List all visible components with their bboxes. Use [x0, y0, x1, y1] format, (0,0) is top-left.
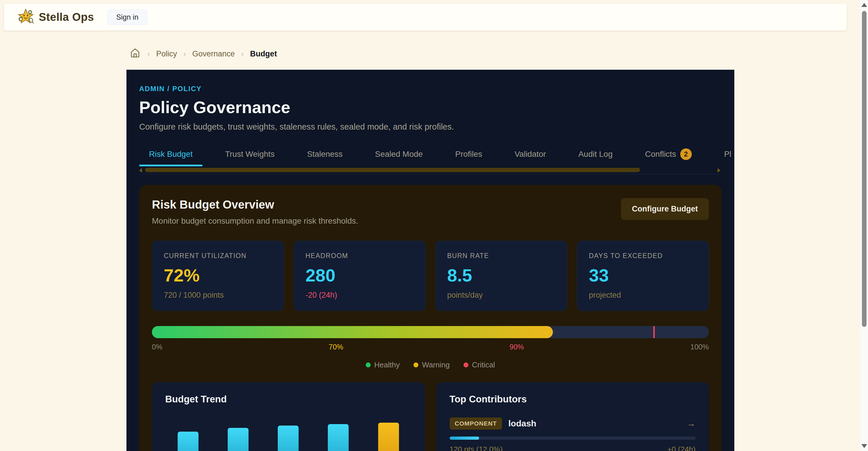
scroll-up-icon[interactable] [861, 3, 867, 7]
tab-staleness[interactable]: Staleness [297, 144, 352, 166]
budget-trend-card: Budget Trend 12/112/812/1512/2212/29 [152, 382, 425, 451]
trend-bar-slot: 12/15 [275, 425, 301, 451]
utilization-progress-bar [152, 326, 709, 338]
critical-threshold-marker [653, 326, 655, 338]
scrollbar-thumb[interactable] [862, 11, 867, 327]
legend-warning: Warning [413, 360, 450, 369]
overview-subtitle: Monitor budget consumption and manage ri… [152, 216, 358, 226]
breadcrumb-separator: › [147, 50, 150, 58]
breadcrumb-link-policy[interactable]: Policy [156, 50, 177, 58]
contributor-points: 120 pts (12.0%) [450, 445, 503, 451]
axis-label-90: 90% [509, 343, 524, 351]
app-header: Stella Ops Sign in [4, 4, 846, 30]
conflicts-count-badge: 2 [680, 149, 692, 160]
policy-governance-panel: ADMIN / POLICY Policy Governance Configu… [126, 70, 734, 451]
stat-sub: projected [589, 291, 697, 300]
trend-bar-slot: 12/8 [225, 428, 251, 451]
stat-value: 33 [589, 265, 697, 286]
contributor-progress-fill [450, 437, 479, 440]
brand-name: Stella Ops [39, 11, 94, 24]
sign-in-button[interactable]: Sign in [107, 9, 147, 25]
home-icon[interactable] [129, 47, 141, 61]
budget-trend-title: Budget Trend [165, 394, 411, 405]
stella-ops-logo-icon [18, 8, 34, 26]
tabs-scrollbar-thumb[interactable] [145, 168, 640, 172]
stat-sub: points/day [447, 291, 556, 300]
stat-value: 72% [164, 265, 272, 286]
contributor-type-badge: COMPONENT [450, 417, 502, 429]
trend-bar-slot: 12/22 [325, 424, 351, 451]
page-eyebrow: ADMIN / POLICY [139, 85, 722, 93]
configure-budget-button[interactable]: Configure Budget [621, 198, 709, 220]
trend-bar-slot: 12/29 [376, 423, 402, 451]
arrow-right-icon: → [687, 419, 695, 428]
scroll-down-icon[interactable] [861, 444, 867, 448]
tabs-scroll-right-icon[interactable] [717, 168, 720, 173]
critical-dot-icon [464, 362, 468, 367]
breadcrumb-separator: › [241, 50, 244, 58]
breadcrumb-current: Budget [250, 50, 277, 58]
warning-dot-icon [413, 362, 418, 367]
risk-budget-overview-card: Risk Budget Overview Monitor budget cons… [139, 185, 722, 451]
stat-card-headroom: HEADROOM 280 -20 (24h) [294, 241, 426, 311]
contributor-progress-track [450, 437, 696, 440]
legend-critical: Critical [464, 360, 495, 369]
overview-title: Risk Budget Overview [152, 198, 358, 211]
trend-bar [378, 423, 399, 451]
breadcrumb-link-governance[interactable]: Governance [192, 50, 235, 58]
axis-label-100: 100% [690, 343, 709, 351]
page-subtitle: Configure risk budgets, trust weights, s… [139, 122, 722, 132]
stat-sub: -20 (24h) [306, 291, 414, 300]
tab-validator[interactable]: Validator [505, 144, 556, 166]
contributor-delta: +0 (24h) [667, 445, 695, 451]
stat-value: 8.5 [447, 265, 556, 286]
stat-card-days-to-exceeded: DAYS TO EXCEEDED 33 projected [577, 241, 709, 311]
tab-risk-budget[interactable]: Risk Budget [139, 144, 203, 166]
top-contributors-title: Top Contributors [450, 394, 696, 405]
utilization-fill [152, 326, 553, 338]
top-contributors-card: Top Contributors COMPONENT lodash → 120 … [436, 382, 709, 451]
utilization-legend: Healthy Warning Critical [152, 360, 709, 369]
tab-sealed-mode[interactable]: Sealed Mode [365, 144, 433, 166]
tab-conflicts[interactable]: Conflicts 2 [635, 144, 701, 166]
contributor-item-lodash[interactable]: COMPONENT lodash → 120 pts (12.0%) +0 (2… [450, 417, 696, 451]
stat-value: 280 [306, 265, 414, 286]
trend-bar-slot: 12/1 [175, 431, 201, 451]
trend-bar [278, 425, 299, 451]
healthy-dot-icon [366, 362, 371, 367]
breadcrumb: › Policy › Governance › Budget [129, 47, 277, 61]
tabs-scroll-left-icon[interactable] [139, 168, 142, 173]
legend-healthy: Healthy [366, 360, 400, 369]
trend-bar [328, 424, 349, 451]
utilization-axis-labels: 0% 70% 90% 100% [152, 343, 709, 351]
tab-trust-weights[interactable]: Trust Weights [215, 144, 284, 166]
stat-sub: 720 / 1000 points [164, 291, 272, 300]
tab-bar: Risk Budget Trust Weights Staleness Seal… [139, 144, 722, 166]
stats-grid: CURRENT UTILIZATION 72% 720 / 1000 point… [152, 241, 709, 311]
contributor-name: lodash [508, 419, 687, 428]
page-title: Policy Governance [139, 97, 722, 117]
breadcrumb-separator: › [183, 50, 186, 58]
budget-trend-bars: 12/112/812/1512/2212/29 [165, 415, 411, 451]
stat-card-burn-rate: BURN RATE 8.5 points/day [435, 241, 567, 311]
trend-bar [228, 428, 249, 451]
tabs-scrollbar[interactable] [139, 167, 722, 173]
trend-bar [178, 431, 198, 451]
axis-label-0: 0% [152, 343, 162, 351]
tab-truncated[interactable]: Pl [714, 144, 734, 166]
page-scrollbar[interactable] [861, 0, 868, 451]
stat-card-current-utilization: CURRENT UTILIZATION 72% 720 / 1000 point… [152, 241, 284, 311]
tab-audit-log[interactable]: Audit Log [568, 144, 622, 166]
axis-label-70: 70% [329, 343, 343, 351]
tabs-divider [139, 174, 722, 174]
brand[interactable]: Stella Ops [18, 8, 94, 26]
tab-profiles[interactable]: Profiles [445, 144, 492, 166]
